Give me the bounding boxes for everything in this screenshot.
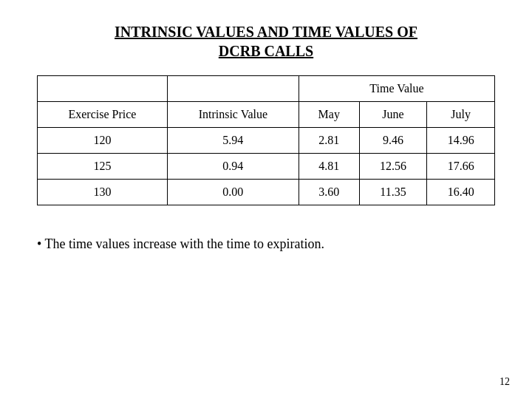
page-title: INTRINSIC VALUES AND TIME VALUES OF DCRB… bbox=[37, 22, 495, 61]
june-header: June bbox=[359, 102, 427, 128]
table-row: 120 5.94 2.81 9.46 14.96 bbox=[38, 128, 495, 154]
exercise-price-120: 120 bbox=[38, 128, 168, 154]
july-125: 17.66 bbox=[427, 154, 495, 180]
intrinsic-value-120: 5.94 bbox=[167, 128, 299, 154]
intrinsic-value-130: 0.00 bbox=[167, 180, 299, 205]
exercise-price-125: 125 bbox=[38, 154, 168, 180]
may-125: 4.81 bbox=[299, 154, 359, 180]
table-row: 130 0.00 3.60 11.35 16.40 bbox=[38, 180, 495, 205]
june-130: 11.35 bbox=[359, 180, 427, 205]
bullet-point: • The time values increase with the time… bbox=[37, 235, 324, 253]
july-120: 14.96 bbox=[427, 128, 495, 154]
table-row: 125 0.94 4.81 12.56 17.66 bbox=[38, 154, 495, 180]
page-number: 12 bbox=[499, 376, 510, 388]
title-line1: INTRINSIC VALUES AND TIME VALUES OF bbox=[115, 24, 417, 40]
bullet-text: The time values increase with the time t… bbox=[45, 236, 324, 251]
values-table: Time Value Exercise Price Intrinsic Valu… bbox=[37, 75, 495, 205]
empty-cell-2 bbox=[167, 76, 299, 102]
may-120: 2.81 bbox=[299, 128, 359, 154]
intrinsic-value-header: Intrinsic Value bbox=[167, 102, 299, 128]
june-120: 9.46 bbox=[359, 128, 427, 154]
may-130: 3.60 bbox=[299, 180, 359, 205]
header-row-1: Time Value bbox=[38, 76, 495, 102]
table-wrapper: Time Value Exercise Price Intrinsic Valu… bbox=[37, 75, 495, 205]
title-line2: DCRB CALLS bbox=[219, 43, 313, 59]
header-row-2: Exercise Price Intrinsic Value May June … bbox=[38, 102, 495, 128]
empty-cell-1 bbox=[38, 76, 168, 102]
exercise-price-header: Exercise Price bbox=[38, 102, 168, 128]
exercise-price-130: 130 bbox=[38, 180, 168, 205]
bullet-icon: • bbox=[37, 236, 41, 251]
intrinsic-value-125: 0.94 bbox=[167, 154, 299, 180]
page-container: INTRINSIC VALUES AND TIME VALUES OF DCRB… bbox=[0, 0, 532, 399]
may-header: May bbox=[299, 102, 359, 128]
july-130: 16.40 bbox=[427, 180, 495, 205]
time-value-header: Time Value bbox=[299, 76, 494, 102]
june-125: 12.56 bbox=[359, 154, 427, 180]
july-header: July bbox=[427, 102, 495, 128]
